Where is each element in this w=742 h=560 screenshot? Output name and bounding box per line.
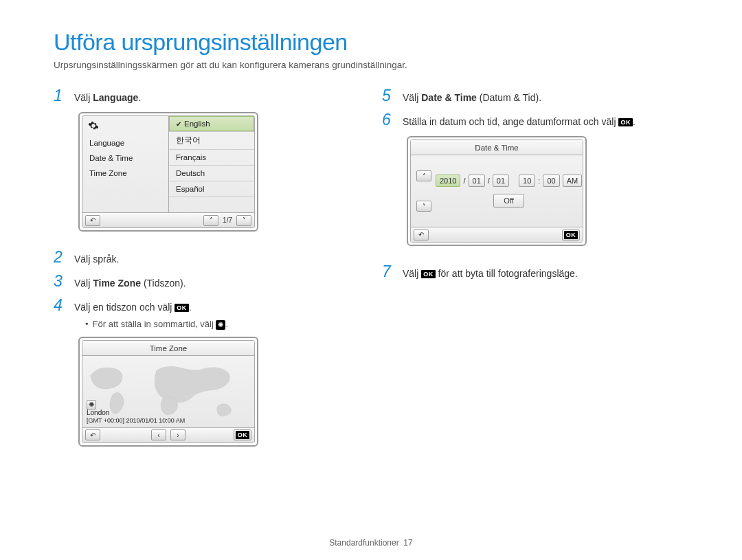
back-arrow-icon: ↶ [90,432,95,439]
step-text: Välj en tidszon och välj OK. [74,300,192,315]
sun-icon [216,320,225,330]
step-text: Ställa in datum och tid, ange datumforma… [403,115,636,129]
pager-text: 1/7 [220,216,235,224]
minute-cell[interactable]: 00 [543,175,559,187]
step-4-bullet: För att ställa in sommartid, välj . [85,319,342,330]
tz-info: London [GMT +00:00] 2010/01/01 10:00 AM [87,409,185,425]
step-number: 7 [382,262,393,281]
chevron-up-icon: ˄ [210,216,213,224]
month-cell[interactable]: 01 [469,175,485,187]
back-button[interactable]: ↶ [414,229,429,240]
off-button[interactable]: Off [493,194,524,208]
tz-gmt: [GMT +00:00] 2010/01/01 10:00 AM [87,417,185,425]
menu-item-timezone[interactable]: Time Zone [82,166,168,181]
back-button[interactable]: ↶ [85,429,100,440]
world-map[interactable]: ✺ London [GMT +00:00] 2010/01/01 10:00 A… [82,356,254,427]
language-option-german[interactable]: Deutsch [169,166,254,181]
ok-icon: OK [618,118,633,126]
back-arrow-icon: ↶ [418,231,424,238]
sun-icon: ✺ [89,401,94,408]
ok-icon: OK [175,304,189,312]
back-arrow-icon: ↶ [90,216,95,224]
step-7: 7 Välj OK för att byta till fotograferin… [382,262,677,281]
ok-icon: OK [421,270,436,278]
page-down-button[interactable]: ˅ [236,215,251,226]
separator: / [463,177,465,185]
step-number: 3 [54,272,65,291]
step-5: 5 Välj Date & Time (Datum & Tid). [382,87,677,105]
value-down-button[interactable]: ˅ [416,201,431,212]
language-option-french[interactable]: Français [169,150,254,166]
chevron-down-icon: ˅ [243,216,246,224]
page-title: Utföra ursprungsinställningen [54,29,688,56]
ampm-cell[interactable]: AM [563,175,583,187]
gear-icon [88,120,99,131]
tz-city: London [87,409,185,417]
step-2: 2 Välj språk. [54,248,342,267]
page-footer: Standardfunktioner 17 [0,538,742,548]
check-icon: ✔ [176,120,181,128]
pager: ˄ 1/7 ˅ [203,215,251,226]
dt-title: Date & Time [411,140,583,155]
step-text: Välj OK för att byta till fotograferings… [403,267,578,281]
next-button[interactable]: › [170,429,186,440]
step-text: Välj språk. [74,252,119,267]
dst-button[interactable]: ✺ [87,400,96,410]
back-button[interactable]: ↶ [85,215,100,226]
step-4: 4 Välj en tidszon och välj OK. [54,296,342,315]
settings-menu-left: Language Date & Time Time Zone [82,116,169,212]
chevron-down-icon: ˅ [423,203,426,210]
language-option-english[interactable]: ✔ English [169,116,254,132]
language-list: ✔ English 한국어 Français Deutsch Español [169,116,254,212]
step-1: 1 Välj Language. [54,87,342,105]
page-subtitle: Urpsrungsinställningsskärmen gör att du … [54,60,688,70]
separator: / [488,177,490,185]
ok-button[interactable]: OK [562,229,580,240]
ok-icon: OK [236,431,250,439]
step-6: 6 Ställa in datum och tid, ange datumfor… [382,111,677,129]
page-up-button[interactable]: ˄ [203,215,218,226]
step-number: 4 [54,296,65,315]
step-3: 3 Välj Time Zone (Tidszon). [54,272,342,291]
menu-item-language[interactable]: Language [82,135,168,150]
hour-cell[interactable]: 10 [519,175,535,187]
step-number: 1 [54,87,65,105]
language-option-spanish[interactable]: Español [169,181,254,197]
separator: : [538,177,540,185]
ok-icon: OK [564,231,578,239]
step-text: Välj Time Zone (Tidszon). [74,276,186,291]
chevron-right-icon: › [177,432,179,439]
datetime-screen: Date & Time ˄ ˅ 2010 [407,136,587,246]
ok-button[interactable]: OK [234,429,251,440]
language-screen: Language Date & Time Time Zone ✔ English… [78,112,258,232]
step-number: 2 [54,248,65,267]
chevron-left-icon: ‹ [157,432,159,439]
prev-button[interactable]: ‹ [151,429,166,440]
step-text: Välj Date & Time (Datum & Tid). [403,91,541,105]
tz-title: Time Zone [82,341,254,356]
menu-item-datetime[interactable]: Date & Time [82,150,168,166]
language-option-korean[interactable]: 한국어 [169,132,254,150]
day-cell[interactable]: 01 [493,175,509,187]
step-number: 5 [382,87,393,105]
value-up-button[interactable]: ˄ [416,170,431,181]
year-cell[interactable]: 2010 [436,175,460,187]
date-row: 2010 / 01 / 01 10 : 00 AM [436,175,582,187]
timezone-screen: Time Zone ✺ [78,337,258,447]
step-number: 6 [382,111,393,129]
step-text: Välj Language. [74,91,141,105]
chevron-up-icon: ˄ [423,172,426,180]
